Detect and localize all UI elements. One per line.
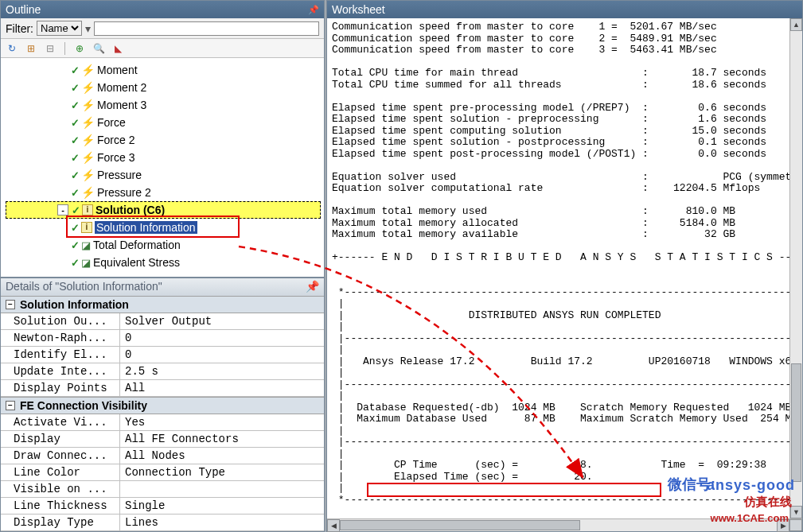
tree-item[interactable]: -✓iSolution (C6) [6,201,321,219]
property-name: Draw Connec... [1,448,120,464]
property-value[interactable]: 0 [120,330,324,346]
scroll-up-button[interactable]: ▲ [790,18,802,31]
tree-item[interactable]: ✓⚡Force 2 [2,131,324,149]
check-icon: ✓ [71,169,80,181]
outline-title: Outline [6,3,41,16]
filter-icon[interactable]: ⊕ [73,42,86,55]
info-icon: i [81,222,92,233]
check-icon: ✓ [71,222,80,234]
chevron-down-icon[interactable]: ▾ [85,22,91,35]
tree-item-label: Equivalent Stress [93,256,180,269]
filter-row: Filter: Name ▾ [1,18,324,39]
property-value[interactable]: Single [120,498,324,514]
details-row[interactable]: Draw Connec...All Nodes [1,448,324,464]
details-row[interactable]: Update Inte...2.5 s [1,363,324,380]
scroll-thumb-h[interactable] [340,520,580,530]
property-value[interactable]: All [120,380,324,396]
details-row[interactable]: Solution Ou...Solver Output [1,313,324,330]
horizontal-scrollbar[interactable]: ◀ ▶ [327,518,802,531]
load-icon: ⚡ [81,134,95,146]
filter-input[interactable] [94,21,319,36]
check-icon: ✓ [72,204,80,216]
tree-item[interactable]: ✓⚡Pressure 2 [2,184,324,201]
tree-item-label: Moment 2 [97,81,146,94]
tree-item-label: Pressure 2 [97,186,151,199]
check-icon: ✓ [71,117,80,129]
collapse-icon[interactable]: ⊟ [44,42,57,55]
property-value[interactable]: 0 [120,347,324,363]
scroll-right-button[interactable]: ▶ [777,519,789,532]
tree-item[interactable]: ✓⚡Moment 2 [2,79,324,96]
details-group-header[interactable]: −FE Connection Visibility [1,397,324,414]
check-icon: ✓ [71,187,80,199]
details-row[interactable]: Visible on ... [1,481,324,498]
property-name: Line Color [1,464,120,480]
scroll-left-button[interactable]: ◀ [327,519,340,532]
tree-item-label: Moment [97,64,138,76]
property-value[interactable]: Connection Type [120,464,324,480]
solution-icon: i [82,204,93,216]
outline-toolbar: ↻ ⊞ ⊟ ⊕ 🔍 ◣ [1,39,324,58]
details-row[interactable]: Identify El...0 [1,347,324,363]
property-name: Newton-Raph... [1,330,120,346]
property-value[interactable]: Lines [120,515,324,530]
details-row[interactable]: Activate Vi...Yes [1,414,324,431]
scroll-thumb-v[interactable] [791,363,801,482]
tree-item[interactable]: ✓⚡Force 3 [2,149,324,166]
details-row[interactable]: Line ThicknessSingle [1,498,324,515]
tree-item-label: Moment 3 [97,99,146,111]
details-group-header[interactable]: −Solution Information [1,296,324,313]
check-icon: ✓ [71,134,80,146]
tree-item[interactable]: ✓◪Total Deformation [2,236,324,254]
group-header-label: FE Connection Visibility [20,399,147,412]
check-icon: ✓ [71,64,80,76]
outline-panel: Outline 📌 Filter: Name ▾ ↻ ⊞ ⊟ ⊕ 🔍 ◣ ✓⚡M… [0,0,325,278]
tree-item[interactable]: ✓⚡Moment 3 [2,96,324,114]
expand-toggle[interactable]: - [57,204,68,216]
property-name: Update Inte... [1,363,120,379]
load-icon: ⚡ [81,64,95,76]
pin-icon[interactable]: 📌 [308,5,319,15]
property-value[interactable]: All FE Connectors [120,431,324,447]
pin-icon[interactable]: 📌 [306,280,319,294]
check-icon: ✓ [71,257,80,269]
outline-tree[interactable]: ✓⚡Moment✓⚡Moment 2✓⚡Moment 3✓⚡Force✓⚡For… [1,58,324,277]
tag-icon[interactable]: ◣ [111,42,124,55]
solver-output-text: Communication speed from master to core … [327,18,789,509]
tree-item[interactable]: ✓iSolution Information [2,219,324,236]
property-value[interactable]: Solver Output [120,313,324,329]
vertical-scrollbar[interactable]: ▲ ▼ [789,18,802,518]
property-name: Display Type [1,515,120,530]
tree-item[interactable]: ✓⚡Moment [2,61,324,79]
property-value[interactable]: All Nodes [120,448,324,464]
filter-field-select[interactable]: Name [37,21,82,36]
details-row[interactable]: Display TypeLines [1,515,324,531]
worksheet-body[interactable]: Communication speed from master to core … [327,18,789,518]
result-icon: ◪ [81,257,91,269]
outline-title-bar: Outline 📌 [1,1,324,18]
load-icon: ⚡ [81,186,95,199]
property-name: Visible on ... [1,481,120,497]
property-name: Activate Vi... [1,414,120,430]
property-value[interactable] [120,481,324,497]
details-row[interactable]: Line ColorConnection Type [1,464,324,481]
expand-icon[interactable]: ⊞ [25,42,37,55]
tree-item[interactable]: ✓◪Equivalent Stress [2,254,324,271]
refresh-icon[interactable]: ↻ [6,42,18,55]
details-row[interactable]: DisplayAll FE Connectors [1,431,324,448]
scroll-down-button[interactable]: ▼ [790,506,802,518]
search-icon[interactable]: 🔍 [92,42,105,55]
tree-item[interactable]: ✓⚡Force [2,114,324,131]
tree-item-label: Force 2 [97,134,134,146]
property-value[interactable]: Yes [120,414,324,430]
check-icon: ✓ [71,239,80,251]
details-row[interactable]: Display PointsAll [1,380,324,397]
check-icon: ✓ [71,152,80,164]
property-value[interactable]: 2.5 s [120,363,324,379]
collapse-box-icon[interactable]: − [6,401,15,410]
details-grid[interactable]: −Solution InformationSolution Ou...Solve… [1,296,324,531]
property-name: Solution Ou... [1,313,120,329]
details-row[interactable]: Newton-Raph...0 [1,330,324,347]
tree-item[interactable]: ✓⚡Pressure [2,166,324,184]
collapse-box-icon[interactable]: − [6,300,15,309]
